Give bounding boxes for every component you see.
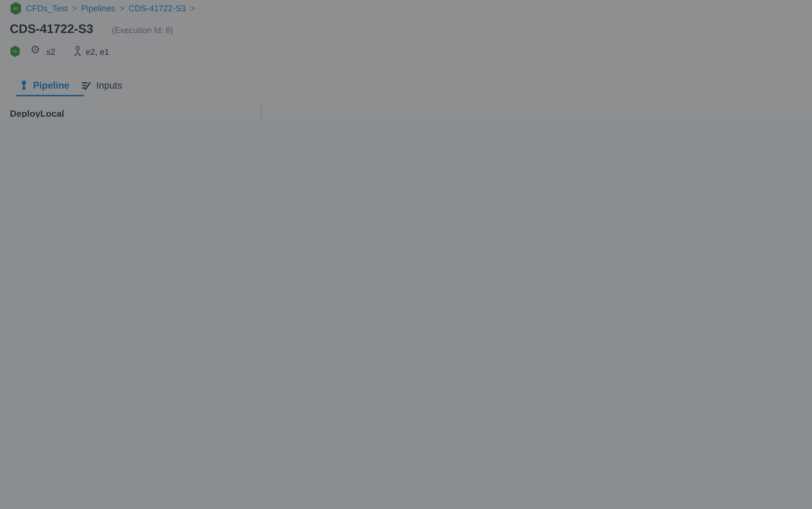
- dim-overlay: [0, 0, 812, 118]
- app-root: ∞ CFDs_Test>Pipelines>CDS-41722-S3> ✓ SU…: [0, 0, 812, 118]
